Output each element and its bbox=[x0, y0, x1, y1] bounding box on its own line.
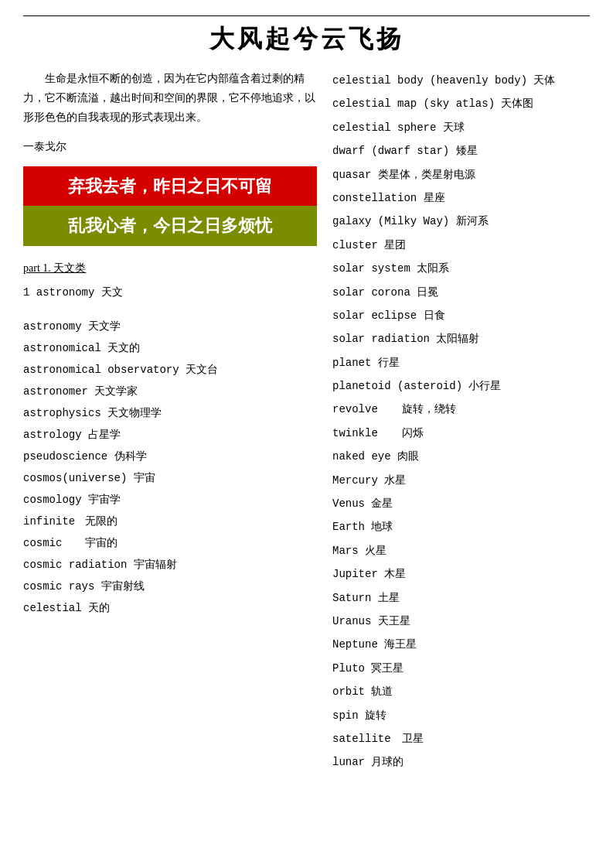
left-vocab-item: astronomer 天文学家 bbox=[23, 381, 317, 402]
right-vocab-item: Uranus 天王星 bbox=[332, 610, 590, 633]
right-vocab-item: solar radiation 太阳辐射 bbox=[332, 327, 590, 350]
right-vocab-item: solar system 太阳系 bbox=[332, 257, 590, 280]
poem-section: 弃我去者，昨日之日不可留 乱我心者，今日之日多烦忧 bbox=[23, 166, 317, 246]
left-vocab-item: cosmology 宇宙学 bbox=[23, 489, 317, 511]
intro-text: 生命是永恒不断的创造，因为在它内部蕴含着过剩的精力，它不断流溢，越出时间和空间的… bbox=[23, 69, 317, 128]
left-vocab-item: cosmic宇宙的 bbox=[23, 532, 317, 554]
left-column: 生命是永恒不断的创造，因为在它内部蕴含着过剩的精力，它不断流溢，越出时间和空间的… bbox=[23, 69, 317, 774]
right-vocab-item: celestial body (heavenly body) 天体 bbox=[332, 69, 590, 92]
right-vocab-item: dwarf (dwarf star) 矮星 bbox=[332, 139, 590, 162]
right-vocab-item: planetoid (asteroid) 小行星 bbox=[332, 374, 590, 398]
poem-line2: 乱我心者，今日之日多烦忧 bbox=[23, 206, 317, 246]
right-vocab-item: Jupiter 木星 bbox=[332, 562, 590, 586]
main-title: 大风起兮云飞扬 bbox=[23, 22, 590, 56]
left-vocab-list: astronomy 天文学astronomical 天文的astronomica… bbox=[23, 316, 317, 619]
right-vocab-list: celestial body (heavenly body) 天体celesti… bbox=[332, 69, 590, 774]
right-vocab-item: naked eye 肉眼 bbox=[332, 445, 590, 468]
right-vocab-item: Mars 火星 bbox=[332, 539, 590, 562]
right-vocab-item: quasar 类星体，类星射电源 bbox=[332, 163, 590, 186]
left-vocab-item: astronomical observatory 天文台 bbox=[23, 359, 317, 381]
title-section: 大风起兮云飞扬 bbox=[23, 15, 590, 56]
right-vocab-item: Saturn 土星 bbox=[332, 586, 590, 610]
right-vocab-item: constellation 星座 bbox=[332, 186, 590, 210]
right-vocab-item: lunar 月球的 bbox=[332, 750, 590, 774]
right-vocab-item: orbit 轨道 bbox=[332, 680, 590, 703]
right-vocab-item: Mercury 水星 bbox=[332, 469, 590, 492]
left-vocab-item: cosmic radiation 宇宙辐射 bbox=[23, 554, 317, 576]
part-header: part 1. 天文类 bbox=[23, 261, 317, 275]
right-vocab-item: Pluto 冥王星 bbox=[332, 657, 590, 680]
right-vocab-item: planet 行星 bbox=[332, 351, 590, 374]
right-vocab-item: Earth 地球 bbox=[332, 515, 590, 538]
right-vocab-item: galaxy (Milky Way) 新河系 bbox=[332, 210, 590, 233]
left-vocab-item: astrology 占星学 bbox=[23, 424, 317, 446]
left-vocab-item: infinite无限的 bbox=[23, 511, 317, 532]
left-vocab-item: cosmos(universe) 宇宙 bbox=[23, 467, 317, 489]
section-number: 1 astronomy 天文 bbox=[23, 282, 317, 303]
right-vocab-item: cluster 星团 bbox=[332, 234, 590, 257]
right-vocab-item: satellite卫星 bbox=[332, 727, 590, 750]
right-vocab-item: spin 旋转 bbox=[332, 704, 590, 727]
left-vocab-item: astronomical 天文的 bbox=[23, 337, 317, 359]
right-vocab-item: celestial sphere 天球 bbox=[332, 116, 590, 139]
poem-line1: 弃我去者，昨日之日不可留 bbox=[23, 166, 317, 207]
author: 一泰戈尔 bbox=[23, 140, 317, 154]
right-vocab-item: celestial map (sky atlas) 天体图 bbox=[332, 92, 590, 115]
left-vocab-item: cosmic rays 宇宙射线 bbox=[23, 576, 317, 597]
right-column: celestial body (heavenly body) 天体celesti… bbox=[332, 69, 590, 774]
content-wrapper: 生命是永恒不断的创造，因为在它内部蕴含着过剩的精力，它不断流溢，越出时间和空间的… bbox=[23, 69, 590, 774]
left-vocab-item: astrophysics 天文物理学 bbox=[23, 402, 317, 424]
left-vocab-item: astronomy 天文学 bbox=[23, 316, 317, 337]
left-vocab-item: celestial 天的 bbox=[23, 597, 317, 619]
right-vocab-item: solar eclipse 日食 bbox=[332, 304, 590, 327]
right-vocab-item: revolve旋转，绕转 bbox=[332, 398, 590, 421]
right-vocab-item: Neptune 海王星 bbox=[332, 633, 590, 656]
right-vocab-item: Venus 金星 bbox=[332, 492, 590, 515]
left-vocab-item: pseudoscience 伪科学 bbox=[23, 446, 317, 467]
right-vocab-item: solar corona 日冕 bbox=[332, 281, 590, 304]
right-vocab-item: twinkle闪烁 bbox=[332, 422, 590, 445]
